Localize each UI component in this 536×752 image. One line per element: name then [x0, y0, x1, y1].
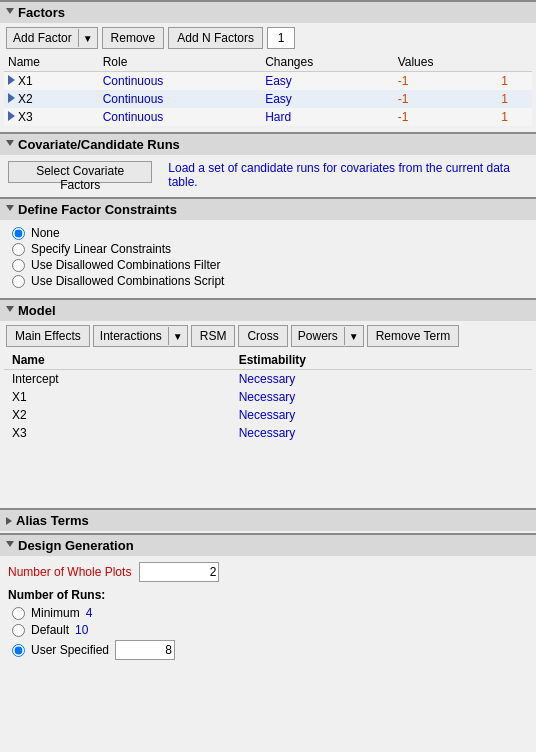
covariate-collapse-icon[interactable] — [6, 140, 14, 150]
factor-val-max: 1 — [497, 90, 532, 108]
factor-val-min: -1 — [394, 72, 498, 91]
whole-plots-input[interactable] — [139, 562, 219, 582]
col-name: Name — [4, 53, 99, 72]
add-factor-split-button[interactable]: Add Factor ▼ — [6, 27, 98, 49]
remove-term-button[interactable]: Remove Term — [367, 325, 459, 347]
select-covariate-button[interactable]: Select Covariate Factors — [8, 161, 152, 183]
covariate-description: Load a set of candidate runs for covaria… — [168, 161, 528, 189]
constraint-filter-row: Use Disallowed Combinations Filter — [12, 258, 524, 272]
covariate-title: Covariate/Candidate Runs — [18, 137, 180, 152]
remove-button[interactable]: Remove — [102, 27, 165, 49]
model-row-estimability: Necessary — [231, 424, 532, 442]
model-spacer — [0, 446, 536, 506]
model-row-name: X3 — [4, 424, 231, 442]
design-content: Number of Whole Plots Number of Runs: Mi… — [0, 556, 536, 669]
whole-plots-label: Number of Whole Plots — [8, 565, 131, 579]
num-runs-label: Number of Runs: — [8, 588, 528, 602]
factors-table-wrapper: Name Role Changes Values X1 Continuous E… — [0, 53, 536, 130]
factor-val-max: 1 — [497, 108, 532, 126]
model-table: Name Estimability Intercept Necessary X1… — [4, 351, 532, 442]
factor-role: Continuous — [99, 90, 262, 108]
factor-val-max: 1 — [497, 72, 532, 91]
factor-name: X2 — [4, 90, 99, 108]
constraints-collapse-icon[interactable] — [6, 205, 14, 215]
constraint-none-row: None — [12, 226, 524, 240]
model-row-estimability: Necessary — [231, 406, 532, 424]
col-role: Role — [99, 53, 262, 72]
interactions-arrow[interactable]: ▼ — [169, 329, 187, 344]
rsm-button[interactable]: RSM — [191, 325, 236, 347]
user-label: User Specified — [31, 643, 109, 657]
model-header: Model — [0, 300, 536, 321]
minimum-value: 4 — [86, 606, 93, 620]
cross-button[interactable]: Cross — [238, 325, 287, 347]
factors-collapse-icon[interactable] — [6, 8, 14, 18]
constraint-linear-label: Specify Linear Constraints — [31, 242, 171, 256]
factor-changes: Easy — [261, 72, 394, 91]
model-row: X3 Necessary — [4, 424, 532, 442]
factor-val-min: -1 — [394, 108, 498, 126]
constraint-filter-radio[interactable] — [12, 259, 25, 272]
add-factor-main[interactable]: Add Factor — [7, 29, 79, 47]
default-label: Default — [31, 623, 69, 637]
design-header: Design Generation — [0, 535, 536, 556]
factor-row: X2 Continuous Easy -1 1 — [4, 90, 532, 108]
model-table-wrapper: Name Estimability Intercept Necessary X1… — [0, 351, 536, 446]
minimum-label: Minimum — [31, 606, 80, 620]
constraints-title: Define Factor Constraints — [18, 202, 177, 217]
model-section: Model Main Effects Interactions ▼ RSM Cr… — [0, 298, 536, 506]
interactions-split-button[interactable]: Interactions ▼ — [93, 325, 188, 347]
model-row-name: Intercept — [4, 370, 231, 389]
alias-section: Alias Terms — [0, 508, 536, 531]
factor-name: X1 — [4, 72, 99, 91]
main-effects-button[interactable]: Main Effects — [6, 325, 90, 347]
col-values: Values — [394, 53, 498, 72]
design-collapse-icon[interactable] — [6, 541, 14, 551]
constraint-none-label: None — [31, 226, 60, 240]
powers-arrow[interactable]: ▼ — [345, 329, 363, 344]
model-collapse-icon[interactable] — [6, 306, 14, 316]
minimum-radio[interactable] — [12, 607, 25, 620]
n-factors-input[interactable] — [267, 27, 295, 49]
app-wrapper: Factors Add Factor ▼ Remove Add N Factor… — [0, 0, 536, 669]
factors-header: Factors — [0, 2, 536, 23]
model-row-estimability: Necessary — [231, 370, 532, 389]
add-n-factors-button[interactable]: Add N Factors — [168, 27, 263, 49]
default-radio[interactable] — [12, 624, 25, 637]
alias-title: Alias Terms — [16, 513, 89, 528]
whole-plots-row: Number of Whole Plots — [8, 562, 528, 582]
add-factor-arrow[interactable]: ▼ — [79, 31, 97, 46]
factors-title: Factors — [18, 5, 65, 20]
interactions-main[interactable]: Interactions — [94, 327, 169, 345]
covariate-header: Covariate/Candidate Runs — [0, 134, 536, 155]
powers-split-button[interactable]: Powers ▼ — [291, 325, 364, 347]
factors-section: Factors Add Factor ▼ Remove Add N Factor… — [0, 0, 536, 130]
minimum-run-row: Minimum 4 — [12, 606, 528, 620]
model-title: Model — [18, 303, 56, 318]
constraint-none-radio[interactable] — [12, 227, 25, 240]
model-row-name: X1 — [4, 388, 231, 406]
user-run-row: User Specified — [12, 640, 528, 660]
factors-toolbar: Add Factor ▼ Remove Add N Factors — [0, 23, 536, 53]
runs-options: Minimum 4 Default 10 User Specified — [8, 606, 528, 660]
design-title: Design Generation — [18, 538, 134, 553]
alias-collapse-icon[interactable] — [6, 517, 12, 525]
constraint-script-radio[interactable] — [12, 275, 25, 288]
constraint-script-row: Use Disallowed Combinations Script — [12, 274, 524, 288]
user-specified-input[interactable] — [115, 640, 175, 660]
powers-main[interactable]: Powers — [292, 327, 345, 345]
covariate-content: Select Covariate Factors Load a set of c… — [0, 155, 536, 195]
factors-table: Name Role Changes Values X1 Continuous E… — [4, 53, 532, 126]
model-row: X2 Necessary — [4, 406, 532, 424]
user-radio[interactable] — [12, 644, 25, 657]
constraints-content: None Specify Linear Constraints Use Disa… — [0, 220, 536, 296]
factor-changes: Hard — [261, 108, 394, 126]
factor-role: Continuous — [99, 72, 262, 91]
model-col-estimability: Estimability — [231, 351, 532, 370]
constraint-script-label: Use Disallowed Combinations Script — [31, 274, 224, 288]
default-value: 10 — [75, 623, 88, 637]
constraint-linear-radio[interactable] — [12, 243, 25, 256]
model-row: X1 Necessary — [4, 388, 532, 406]
factor-val-min: -1 — [394, 90, 498, 108]
factor-row: X3 Continuous Hard -1 1 — [4, 108, 532, 126]
